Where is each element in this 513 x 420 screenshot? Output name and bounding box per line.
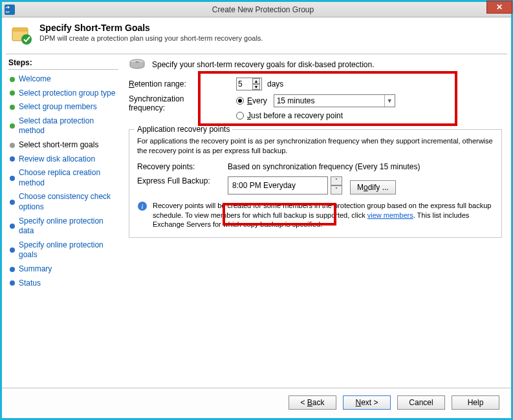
- pending-step-icon: [10, 176, 15, 181]
- step-online-protection-data[interactable]: Specify online protection data: [8, 215, 118, 238]
- wizard-footer: < Back Next > Cancel Help: [2, 388, 511, 416]
- pending-step-icon: [10, 267, 15, 272]
- step-group-type[interactable]: Select protection group type: [8, 87, 118, 101]
- back-button[interactable]: < Back: [289, 395, 336, 410]
- step-review-disk[interactable]: Review disk allocation: [8, 152, 118, 167]
- step-group-members[interactable]: Select group members: [8, 100, 118, 114]
- step-status[interactable]: Status: [8, 277, 118, 291]
- retention-spinner[interactable]: 5 ▲▼: [236, 78, 262, 90]
- group-desc: For applications the recovery point is a…: [137, 136, 494, 156]
- step-label: Status: [19, 278, 41, 289]
- step-label: Review disk allocation: [19, 154, 95, 165]
- groupbox-legend: Application recovery points: [135, 125, 232, 134]
- step-consistency-check[interactable]: Choose consistency check options: [8, 190, 118, 214]
- recovery-points-label: Recovery points:: [137, 162, 228, 171]
- window-frame: Create New Protection Group ✕ Specify Sh…: [0, 0, 513, 420]
- svg-point-4: [135, 61, 139, 63]
- sync-interval-value: 15 minutes: [277, 96, 315, 105]
- close-button[interactable]: ✕: [486, 1, 512, 14]
- info-note: i Recovery points will be created for so…: [137, 201, 494, 230]
- pending-step-icon: [10, 280, 15, 286]
- step-label: Specify online protection data: [19, 216, 117, 236]
- close-icon: ✕: [496, 3, 503, 12]
- pending-step-icon: [10, 247, 15, 253]
- sync-before-label: Just before a recovery point: [247, 111, 343, 120]
- info-icon: i: [137, 201, 147, 211]
- check-icon: [10, 77, 15, 82]
- check-icon: [10, 105, 15, 110]
- pending-step-icon: [10, 156, 15, 162]
- svg-rect-1: [12, 28, 28, 32]
- sync-every-label: Every: [247, 96, 267, 105]
- step-replica-creation[interactable]: Choose replica creation method: [8, 166, 118, 190]
- spinner-up-icon[interactable]: ▲: [252, 78, 260, 84]
- header-icon: [11, 24, 33, 46]
- app-icon: [5, 5, 15, 15]
- step-label: Welcome: [19, 74, 51, 85]
- step-label: Choose consistency check options: [19, 192, 117, 212]
- window-title: Create New Protection Group: [15, 5, 511, 14]
- step-label: Select short-term goals: [19, 140, 98, 151]
- svg-point-2: [21, 34, 32, 45]
- back-label: < Back: [300, 398, 324, 407]
- sync-before-radio[interactable]: [236, 112, 244, 120]
- main-panel: Specify your short-term recovery goals f…: [122, 54, 511, 388]
- pending-step-icon: [10, 200, 15, 205]
- modify-label: Modify ...: [357, 183, 389, 192]
- recovery-groupbox: Application recovery points For applicat…: [129, 129, 502, 238]
- scroll-down-icon[interactable]: ˅: [331, 185, 342, 194]
- next-button[interactable]: Next >: [343, 395, 391, 410]
- titlebar: Create New Protection Group ✕: [2, 2, 511, 17]
- step-label: Select protection group type: [19, 89, 115, 99]
- scroll-up-icon[interactable]: ˄: [331, 176, 342, 185]
- retention-unit: days: [267, 79, 283, 89]
- chevron-down-icon: ▼: [384, 95, 395, 107]
- step-welcome[interactable]: Welcome: [8, 72, 118, 87]
- spinner-down-icon[interactable]: ▼: [252, 84, 260, 90]
- cancel-button[interactable]: Cancel: [397, 395, 445, 410]
- page-subtitle: DPM will create a protection plan using …: [39, 34, 263, 42]
- step-summary[interactable]: Summary: [8, 262, 118, 277]
- modify-button[interactable]: Modify ...: [350, 180, 396, 194]
- step-label: Summary: [19, 264, 52, 275]
- disk-icon: [129, 58, 146, 71]
- check-icon: [10, 90, 15, 96]
- view-members-link[interactable]: view members: [367, 211, 413, 219]
- step-data-protection-method[interactable]: Select data protection method: [8, 114, 118, 138]
- steps-sidebar: Steps: Welcome Select protection group t…: [2, 54, 122, 388]
- next-label: Next >: [355, 398, 378, 407]
- page-title: Specify Short-Term Goals: [39, 23, 263, 33]
- help-button[interactable]: Help: [452, 395, 499, 410]
- express-label: Express Full Backup:: [137, 176, 228, 185]
- express-schedule-value: 8:00 PM Everyday: [232, 181, 296, 190]
- step-online-protection-goals[interactable]: Specify online protection goals: [8, 238, 118, 262]
- step-label: Choose replica creation method: [19, 168, 117, 188]
- steps-heading: Steps:: [8, 58, 118, 67]
- sync-interval-combo[interactable]: 15 minutes ▼: [274, 94, 395, 107]
- current-step-icon: [10, 143, 15, 148]
- sync-label: Synchronization frequency:: [129, 94, 219, 112]
- retention-value: 5: [238, 79, 252, 89]
- retention-label: Retention range:: [129, 79, 219, 89]
- recovery-points-value: Based on synchronization frequency (Ever…: [228, 162, 420, 171]
- pending-step-icon: [10, 224, 15, 229]
- express-schedule-list[interactable]: 8:00 PM Everyday: [228, 176, 328, 194]
- check-icon: [10, 123, 15, 129]
- step-short-term-goals[interactable]: Select short-term goals: [8, 138, 118, 152]
- svg-text:i: i: [141, 202, 143, 210]
- sync-every-radio[interactable]: [236, 97, 244, 105]
- intro-text: Specify your short-term recovery goals f…: [152, 60, 374, 69]
- step-label: Select group members: [19, 102, 97, 112]
- step-label: Specify online protection goals: [19, 240, 117, 260]
- wizard-header: Specify Short-Term Goals DPM will create…: [2, 17, 511, 54]
- step-label: Select data protection method: [19, 116, 117, 136]
